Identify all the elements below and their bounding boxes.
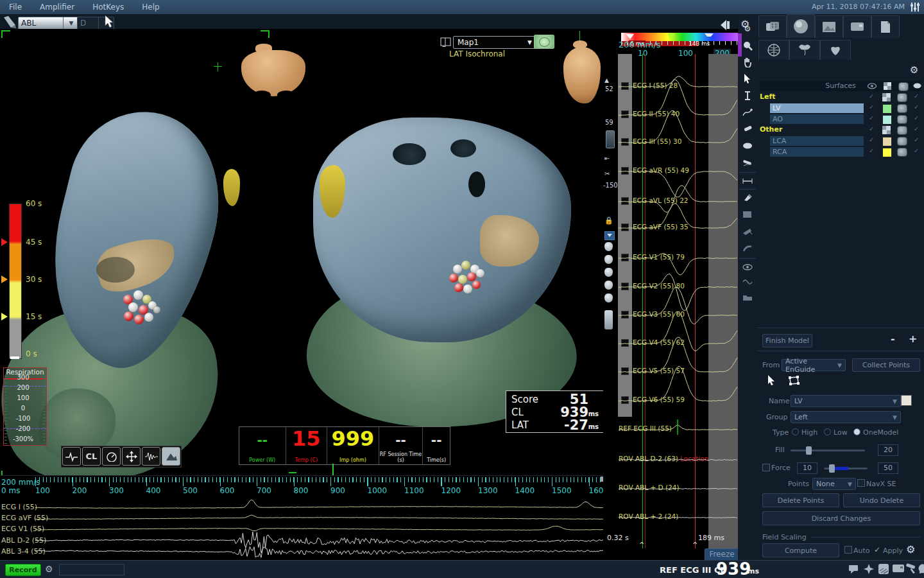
tab-notes[interactable] xyxy=(871,15,900,38)
force-slider[interactable] xyxy=(824,468,868,469)
apply-checkbox[interactable]: ✓ xyxy=(874,545,880,554)
waveform-tool-icon[interactable] xyxy=(739,274,756,290)
message-icon[interactable] xyxy=(848,565,859,574)
delete-points-button[interactable]: Delete Points xyxy=(762,493,839,507)
subtab-geometry[interactable] xyxy=(758,40,789,60)
select-cursor-icon[interactable] xyxy=(739,71,756,87)
ao-color-swatch[interactable] xyxy=(882,115,892,125)
undo-delete-button[interactable]: Undo Delete xyxy=(843,493,920,507)
tab-maps[interactable] xyxy=(758,15,787,38)
snapshot-button[interactable] xyxy=(162,447,180,466)
fill-slider-knob[interactable] xyxy=(806,446,812,455)
shield-layers-icon[interactable] xyxy=(878,563,889,575)
sliders-icon[interactable] xyxy=(910,2,920,12)
surface-column-icon[interactable] xyxy=(898,82,909,91)
scale-marker-red[interactable] xyxy=(1,238,8,246)
tab-imaging[interactable] xyxy=(815,15,843,38)
type-high-radio[interactable]: High xyxy=(792,428,817,437)
compute-button[interactable]: Compute xyxy=(762,543,839,557)
mesh-column-icon[interactable] xyxy=(913,83,921,89)
fill-slider[interactable] xyxy=(791,450,865,451)
scale-marker-orange[interactable] xyxy=(1,276,8,283)
menu-file[interactable]: File xyxy=(0,3,31,12)
spline-tool-icon[interactable] xyxy=(739,104,756,120)
rca-color-swatch[interactable] xyxy=(882,148,892,157)
zoom-tool-icon[interactable] xyxy=(739,37,756,53)
cursor-tool-icon[interactable] xyxy=(104,15,114,28)
from-select[interactable]: Active EnGuide▼ xyxy=(782,359,846,371)
scale-marker-yellow[interactable] xyxy=(1,313,8,320)
visibility-tool-icon[interactable] xyxy=(739,258,756,275)
clock: Apr 11, 2018 07:47:16 AM xyxy=(812,3,905,11)
lca-color-swatch[interactable] xyxy=(882,137,892,146)
map-geometry-button[interactable] xyxy=(534,35,554,49)
map-select[interactable]: Map1▼ xyxy=(453,36,536,49)
record-note-select[interactable] xyxy=(59,564,124,575)
signal-button[interactable] xyxy=(142,447,160,466)
draw-tool-icon[interactable] xyxy=(739,154,756,170)
navx-se-checkbox[interactable] xyxy=(857,479,865,487)
head-profile-icon[interactable] xyxy=(918,563,924,574)
subtab-valve[interactable] xyxy=(789,40,820,60)
collect-points-button[interactable]: Collect Points xyxy=(852,358,920,372)
marker-tool-icon[interactable] xyxy=(739,121,756,137)
auto-checkbox[interactable] xyxy=(844,546,852,554)
surface-row-rca[interactable]: RCA ✓ ✓ xyxy=(760,147,921,157)
monitor-icon[interactable] xyxy=(893,565,904,573)
surface-row-lv[interactable]: LV ✓ ✓ xyxy=(760,103,921,114)
curve-tool-icon[interactable] xyxy=(739,240,756,256)
field-scaling-gear-icon[interactable]: ⚙ xyxy=(906,543,915,556)
settings-gear-icon[interactable]: ⚙ xyxy=(740,18,749,30)
pointer-tool-icon[interactable] xyxy=(906,563,916,574)
locator-icon[interactable] xyxy=(864,564,874,574)
split-view-icon[interactable] xyxy=(440,37,452,47)
panel-settings-gear-icon[interactable]: ⚙ xyxy=(910,64,918,76)
discard-changes-button[interactable]: Discard Changes xyxy=(762,511,920,525)
menu-hotkeys[interactable]: HotKeys xyxy=(83,3,133,12)
folder-tool-icon[interactable] xyxy=(739,289,756,305)
clip-plane-icon[interactable] xyxy=(739,207,756,223)
select-mode-icon[interactable] xyxy=(767,375,776,386)
finish-model-button[interactable]: Finish Model xyxy=(762,334,812,347)
record-settings-gear-icon[interactable]: ⚙ xyxy=(45,564,53,574)
force-checkbox[interactable] xyxy=(762,464,770,471)
realtime-ecg-panel[interactable]: ▲ 52 59 ⇤ ✂ -150 🔒 6 ms 143 ms 200 mm/s … xyxy=(603,29,738,560)
record-button[interactable]: Record xyxy=(5,564,41,576)
name-select[interactable]: LV▼ xyxy=(791,395,901,407)
ellipse-tool-icon[interactable] xyxy=(739,137,756,153)
cl-display-button[interactable]: CL xyxy=(82,447,101,466)
caliper-tool-icon[interactable] xyxy=(739,87,756,103)
pan-hand-icon[interactable] xyxy=(739,54,756,70)
gauge-button[interactable] xyxy=(102,447,121,466)
visibility-column-icon[interactable] xyxy=(868,83,877,89)
tab-model-active[interactable] xyxy=(787,14,815,38)
bottom-ecg-panel[interactable]: 200 mm/s 0 ms 10020030040050060070080090… xyxy=(0,475,617,561)
menu-amplifier[interactable]: Amplifier xyxy=(31,3,83,12)
menu-help[interactable]: Help xyxy=(133,3,168,12)
lv-color-swatch[interactable] xyxy=(882,104,892,114)
catheter-select[interactable]: ABL xyxy=(18,17,68,30)
brush-tool-icon[interactable] xyxy=(739,189,756,205)
points-select[interactable]: None▼ xyxy=(812,478,856,490)
surface-group-other[interactable]: Other ✓ ✓ xyxy=(760,125,921,136)
ecg-display-button[interactable] xyxy=(62,447,81,466)
name-color-swatch[interactable] xyxy=(901,395,912,406)
surface-row-ao[interactable]: AO ✓ ✓ xyxy=(760,114,921,125)
lasso-mode-icon[interactable] xyxy=(788,376,800,385)
zoom-in-button[interactable]: + xyxy=(909,333,917,345)
pan-button[interactable] xyxy=(122,447,141,466)
force-slider-knob[interactable] xyxy=(829,464,835,473)
surface-row-lca[interactable]: LCA ✓ ✓ xyxy=(760,136,921,146)
stylus-icon[interactable] xyxy=(3,16,17,29)
subtab-heart[interactable] xyxy=(820,40,851,60)
color-column-icon[interactable] xyxy=(884,82,891,90)
undo-view-icon[interactable] xyxy=(720,19,734,31)
tab-monitor[interactable] xyxy=(843,15,871,38)
type-onemodel-radio[interactable]: OneModel xyxy=(853,428,898,437)
surface-group-left[interactable]: Left ✓ ✓ xyxy=(760,92,921,103)
measure-tool-icon[interactable] xyxy=(739,172,756,189)
label-flag-icon[interactable] xyxy=(739,223,756,240)
zoom-out-button[interactable]: - xyxy=(891,333,895,345)
group-select[interactable]: Left▼ xyxy=(791,411,901,423)
type-low-radio[interactable]: Low xyxy=(824,428,848,437)
